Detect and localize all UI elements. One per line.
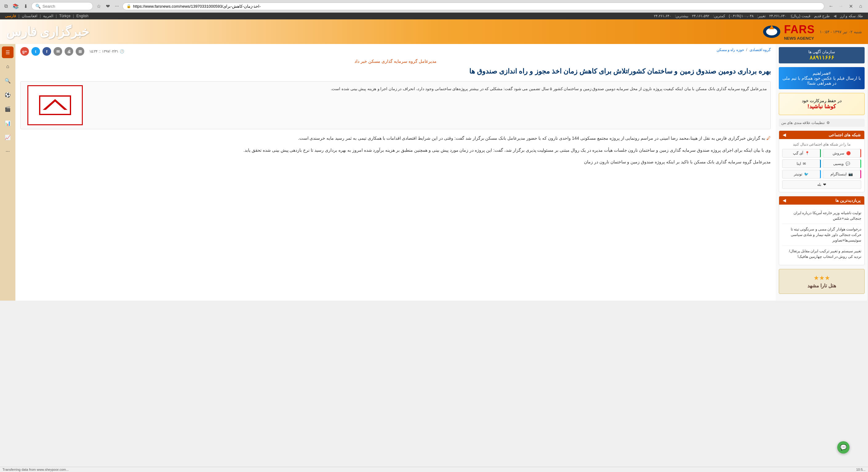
kosha-ad[interactable]: در حفظ رمزکارت خود کوشا نباشید! xyxy=(779,93,865,115)
kosha-highlight: کوشا نباشید! xyxy=(784,103,859,110)
popular-section-body: تولیت ناشیانه وزیر خارجه آمریکا درباره ا… xyxy=(779,204,864,265)
right-nav-menu-button[interactable]: ☰ xyxy=(2,46,13,58)
lang-turkish[interactable]: Türkçe xyxy=(59,14,70,18)
search-bar[interactable]: 🔍 xyxy=(31,2,93,10)
whatsapp-icon: 💬 xyxy=(845,161,850,166)
hamrah-text: با ارسال فیلم یا عکس خود همگام با تیم مل… xyxy=(782,76,861,86)
header-right: خبرگزاری فارس xyxy=(6,25,89,39)
home-button[interactable]: ⌂ xyxy=(856,2,865,10)
library-button[interactable]: 📚 xyxy=(11,3,20,10)
lang-arabic[interactable]: العربية xyxy=(43,14,53,18)
article-datetime: ۱۳۹۷/۰۳/۳۱ :: ۱۵:۳۴ xyxy=(89,49,119,54)
kosha-title: در حفظ رمزکارت خود xyxy=(784,98,859,103)
gold-price-label: قیمت (ریال): xyxy=(790,14,810,18)
sidebar-phone-number: ۸۸۹۱۱۶۶۶ xyxy=(782,54,861,61)
site-header: FARS NEWS AGENCY شنبه ۰۲ تیر ۱۳۹۷ - ۱۰:۵… xyxy=(0,20,868,44)
social-eitaa[interactable]: ✉ ایتا xyxy=(782,159,821,168)
logo-area: FARS NEWS AGENCY xyxy=(763,23,815,41)
main-wrapper: سازمان آگهی ها ۸۸۹۱۱۶۶۶ #همراهتیم با ارس… xyxy=(0,44,868,301)
popular-item-3-text: تغییر سیستم و تغییر ترکیب ایران مقابل پر… xyxy=(789,249,861,259)
eitaa-icon: ✉ xyxy=(803,161,806,166)
share-gplus-button[interactable]: g+ xyxy=(20,47,29,56)
popular-item-1-text: تولیت ناشیانه وزیر خارجه آمریکا درباره ا… xyxy=(794,211,861,221)
lang-english[interactable]: English xyxy=(76,14,88,18)
popular-section-title: پربازدیدترین ها xyxy=(835,198,861,203)
hamrah-ad[interactable]: #همراهتیم با ارسال فیلم یا عکس خود همگام… xyxy=(779,67,865,89)
right-nav-search-button[interactable]: 🔍 xyxy=(2,75,13,87)
meta-date: 🕐 ۱۳۹۷/۰۳/۳۱ :: ۱۵:۳۴ xyxy=(89,49,124,54)
whatsapp-label: ویسپی xyxy=(833,161,844,166)
sidebar-ad-phone[interactable]: سازمان آگهی ها ۸۸۹۱۱۶۶۶ xyxy=(779,47,865,63)
right-nav-economy-button[interactable]: 📊 xyxy=(2,117,13,129)
instagram-label: اینستاگرام xyxy=(831,172,846,176)
right-nav-sports-button[interactable]: ⚽ xyxy=(2,89,13,101)
social-igap[interactable]: 📍 آی گپ xyxy=(782,149,821,158)
right-nav: ☰ ⌂ 🔍 ⚽ 🎬 📊 📈 ··· xyxy=(0,44,16,301)
right-nav-media-button[interactable]: 🎬 xyxy=(2,103,13,115)
social-section-title: شبکه های اجتماعی xyxy=(829,133,861,137)
settings-bar[interactable]: ⚙ تنظیمات علاقه مندی های من xyxy=(779,119,865,127)
article-body-p3: مدیرعامل گروه سرمایه گذاری بانک مسکن با … xyxy=(20,158,771,166)
share-email-button[interactable]: ✉ xyxy=(54,47,62,56)
twitter-icon: 🐦 xyxy=(804,172,809,176)
ticker-section-label: طلا، سکه و ارز xyxy=(840,14,863,18)
pocket-icon[interactable]: ❤ xyxy=(104,3,111,10)
share-twitter-button[interactable]: t xyxy=(31,47,40,56)
social-twitter[interactable]: 🐦 تونیتر xyxy=(782,170,821,179)
instagram-icon: 📷 xyxy=(848,172,853,176)
bookmark-article-button[interactable]: ⊞ xyxy=(76,47,84,56)
right-nav-chart-button[interactable]: 📈 xyxy=(2,131,13,143)
clock-icon: 🕐 xyxy=(120,49,124,54)
soroush-icon: 🔴 xyxy=(846,151,851,155)
lang-farsi[interactable]: فارسی xyxy=(5,14,16,18)
change-label: تغییر: xyxy=(757,14,766,18)
social-whatsapp[interactable]: 💬 ویسپی xyxy=(823,159,862,168)
house-svg-icon xyxy=(37,93,73,118)
breadcrumb-group[interactable]: گروه اقتصادی xyxy=(749,48,771,52)
popular-item-2[interactable]: درخواست هوادار گران مسی و سرنگونی تیته ت… xyxy=(782,224,861,246)
gold-label: طرح قدیم xyxy=(814,14,830,18)
article-body-p2: وی با بیان اینکه برای اجرای پروژه صندوق … xyxy=(20,146,771,154)
bookmark-star-button[interactable]: ☆ xyxy=(95,3,102,10)
hotel-ad[interactable]: ★★★ هتل تارا مشهد xyxy=(779,269,865,294)
breadcrumb-section[interactable]: حوزه راه و مسکن xyxy=(717,48,744,52)
print-button[interactable]: 🖨 xyxy=(65,47,73,56)
social-section: شبکه های اجتماعی ◀ ما را در شبکه های اجت… xyxy=(779,130,865,192)
popular-item-2-text: درخواست هوادار گران مسی و سرنگونی تیته ت… xyxy=(791,227,861,243)
address-bar[interactable]: 🔒 xyxy=(122,2,824,10)
share-facebook-button[interactable]: f xyxy=(42,47,51,56)
article-image xyxy=(27,85,83,125)
right-nav-home-button[interactable]: ⌂ xyxy=(2,61,13,72)
popular-item-1[interactable]: تولیت ناشیانه وزیر خارجه آمریکا درباره ا… xyxy=(782,208,861,224)
logo-fars: FARS xyxy=(784,23,815,36)
tabs-button[interactable]: ⧉ xyxy=(3,3,9,9)
forward-button[interactable]: → xyxy=(837,2,845,10)
right-nav-more-button[interactable]: ··· xyxy=(2,146,13,157)
logo-news-agency: NEWS AGENCY xyxy=(784,36,815,41)
social-soroush[interactable]: 🔴 سروش xyxy=(823,149,862,158)
more-options-button[interactable]: ··· xyxy=(114,3,120,9)
soroush-label: سروش xyxy=(833,151,844,155)
header-date: شنبه ۰۲ تیر ۱۳۹۷ - ۱۰:۵۴ xyxy=(820,30,862,34)
settings-label: تنظیمات علاقه مندی های من xyxy=(781,121,825,125)
lang-afghanistan[interactable]: افغانستان xyxy=(22,14,37,18)
search-input[interactable] xyxy=(42,4,89,9)
article-lead-text: مدیرعامل گروه سرمایه گذاری بانک مسکن با … xyxy=(91,85,767,125)
social-bale-button[interactable]: ❤ بله xyxy=(782,180,861,189)
language-ticker-bar: طلا، سکه و ارز ◀ طرح قدیم قیمت (ریال): ۲… xyxy=(0,12,868,20)
article-lead-section: مدیرعامل گروه سرمایه گذاری بانک مسکن با … xyxy=(20,81,771,129)
address-input[interactable] xyxy=(133,4,820,9)
popular-section-icon: ◀ xyxy=(783,198,786,203)
lock-icon: 🔒 xyxy=(126,4,131,8)
social-instagram[interactable]: 📷 اینستاگرام xyxy=(823,170,862,179)
article-lead-image xyxy=(24,85,86,125)
close-button[interactable]: ✕ xyxy=(846,2,855,10)
gold-ticker: طلا، سکه و ارز ◀ طرح قدیم قیمت (ریال): ۲… xyxy=(654,14,863,18)
download-button[interactable]: ⬇ xyxy=(23,3,29,10)
article-headline: بهره برداری دومین صندوق زمین و ساختمان ک… xyxy=(20,66,771,76)
social-section-icon: ◀ xyxy=(783,133,786,137)
back-button[interactable]: ← xyxy=(827,2,835,10)
igap-icon: 📍 xyxy=(805,151,810,155)
popular-item-3[interactable]: تغییر سیستم و تغییر ترکیب ایران مقابل پر… xyxy=(782,246,861,262)
logo-text: FARS NEWS AGENCY xyxy=(784,23,815,41)
